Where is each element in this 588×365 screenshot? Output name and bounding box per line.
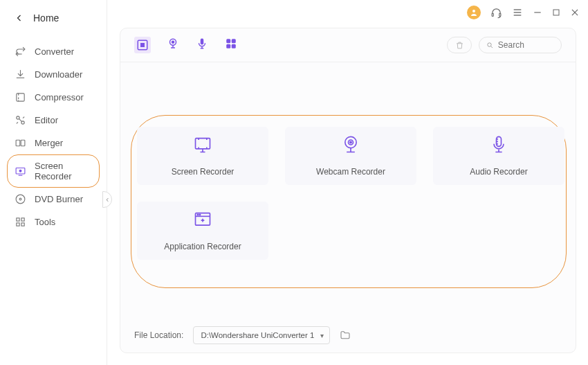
- chevron-left-icon: [105, 197, 110, 203]
- downloader-icon: [14, 69, 26, 80]
- chevron-left-icon: [15, 14, 24, 22]
- mode-icons: [134, 37, 238, 53]
- sidebar-item-label: Screen Recorder: [35, 161, 92, 181]
- tile-label: Application Recorder: [164, 242, 241, 251]
- tools-icon: [14, 216, 26, 228]
- sidebar-item-converter[interactable]: Converter: [7, 40, 100, 63]
- svg-point-18: [19, 198, 21, 200]
- screen-recorder-icon: [15, 166, 26, 177]
- user-avatar[interactable]: [467, 6, 481, 19]
- svg-rect-34: [196, 139, 210, 149]
- application-recorder-icon: [193, 210, 212, 232]
- tile-application-recorder[interactable]: Application Recorder: [137, 202, 268, 260]
- sidebar-item-label: Merger: [35, 138, 63, 148]
- webcam-mode-icon[interactable]: [166, 37, 180, 51]
- file-location-label: File Location:: [134, 330, 183, 340]
- sidebar-item-label: Tools: [35, 217, 55, 227]
- trash-button[interactable]: [447, 37, 472, 53]
- screen-mode-icon[interactable]: [134, 37, 151, 53]
- sidebar-item-merger[interactable]: Merger: [7, 132, 100, 154]
- tile-audio-recorder[interactable]: Audio Recorder: [433, 127, 564, 185]
- editor-icon: [14, 114, 26, 126]
- svg-point-41: [197, 214, 198, 215]
- sidebar-item-downloader[interactable]: Downloader: [7, 63, 100, 86]
- svg-rect-19: [16, 218, 19, 221]
- svg-point-26: [172, 41, 174, 43]
- svg-rect-30: [226, 44, 230, 48]
- svg-point-32: [488, 42, 491, 46]
- svg-point-37: [350, 141, 351, 143]
- svg-rect-10: [16, 94, 24, 101]
- svg-rect-28: [226, 39, 230, 43]
- svg-line-33: [491, 46, 493, 47]
- folder-icon: [340, 330, 351, 341]
- minimize-icon[interactable]: [533, 8, 542, 17]
- svg-rect-24: [141, 44, 145, 47]
- search-input[interactable]: [498, 40, 554, 50]
- sidebar-item-screen-recorder[interactable]: Screen Recorder: [7, 154, 100, 188]
- svg-point-0: [472, 10, 475, 12]
- svg-rect-29: [232, 39, 236, 43]
- svg-rect-14: [21, 140, 25, 146]
- close-icon[interactable]: [570, 8, 580, 17]
- sidebar-item-dvd-burner[interactable]: DVD Burner: [7, 188, 100, 211]
- tile-label: Audio Recorder: [470, 167, 527, 177]
- dvd-burner-icon: [14, 193, 26, 205]
- compressor-icon: [14, 91, 26, 103]
- headset-icon[interactable]: [490, 7, 502, 19]
- tile-webcam-recorder[interactable]: Webcam Recorder: [285, 127, 416, 185]
- sidebar-item-label: Converter: [35, 46, 74, 57]
- search-field[interactable]: [479, 37, 562, 53]
- open-folder-button[interactable]: [340, 330, 351, 341]
- home-button[interactable]: Home: [0, 0, 107, 36]
- svg-point-16: [19, 170, 21, 172]
- toolbar: [120, 28, 576, 62]
- svg-rect-21: [16, 223, 19, 226]
- svg-point-17: [16, 195, 25, 204]
- merger-icon: [14, 137, 26, 149]
- file-location-value: D:\Wondershare UniConverter 1: [201, 331, 314, 339]
- svg-rect-31: [232, 44, 236, 48]
- grid-mode-icon[interactable]: [224, 37, 238, 51]
- sidebar-item-label: Compressor: [35, 92, 84, 103]
- file-location-select[interactable]: D:\Wondershare UniConverter 1: [193, 326, 330, 344]
- sidebar-item-tools[interactable]: Tools: [7, 211, 100, 233]
- tile-label: Webcam Recorder: [316, 167, 385, 177]
- content-panel: Screen Recorder Webcam Recorder Audio Re…: [120, 28, 576, 353]
- window-controls: [467, 6, 580, 19]
- screen-recorder-icon: [193, 135, 212, 157]
- svg-rect-7: [553, 10, 559, 15]
- svg-point-42: [199, 214, 200, 215]
- sidebar-item-editor[interactable]: Editor: [7, 109, 100, 132]
- svg-rect-27: [201, 39, 204, 45]
- trash-icon: [455, 41, 464, 50]
- sidebar-item-label: Downloader: [35, 69, 82, 80]
- search-icon: [486, 41, 494, 50]
- sidebar-item-compressor[interactable]: Compressor: [7, 86, 100, 109]
- maximize-icon[interactable]: [552, 8, 560, 17]
- converter-icon: [14, 46, 26, 57]
- collapse-sidebar-button[interactable]: [102, 191, 112, 208]
- svg-rect-22: [21, 223, 24, 226]
- nav-list: Converter Downloader Compressor Editor M: [0, 36, 107, 233]
- tile-label: Screen Recorder: [172, 167, 235, 177]
- audio-recorder-icon: [489, 135, 508, 157]
- footer: File Location: D:\Wondershare UniConvert…: [134, 326, 351, 344]
- sidebar-item-label: Editor: [35, 115, 58, 125]
- menu-icon[interactable]: [512, 7, 523, 18]
- user-icon: [470, 8, 478, 17]
- recorder-grid: Screen Recorder Webcam Recorder Audio Re…: [137, 127, 564, 260]
- sidebar: Home Converter Downloader Compressor Ed: [0, 0, 107, 365]
- svg-rect-13: [16, 140, 20, 146]
- home-label: Home: [33, 12, 59, 24]
- webcam-recorder-icon: [341, 135, 360, 157]
- sidebar-item-label: DVD Burner: [35, 194, 83, 204]
- tile-screen-recorder[interactable]: Screen Recorder: [137, 127, 268, 185]
- svg-rect-20: [21, 218, 24, 221]
- audio-mode-icon[interactable]: [195, 37, 209, 51]
